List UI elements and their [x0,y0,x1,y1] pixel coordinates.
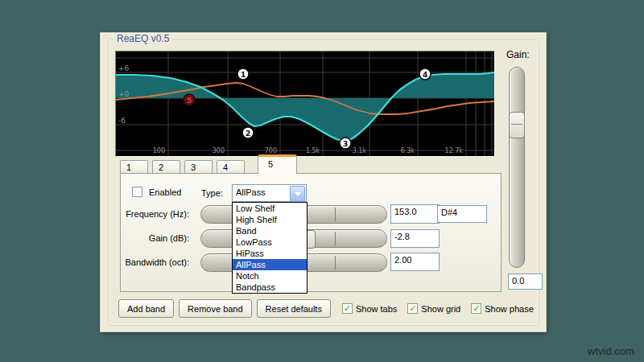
checkbox-show-phase[interactable]: ✓Show phase [471,303,534,314]
slider-center-tick [335,208,336,221]
band-panel: Enabled Type: AllPass Frequency (Hz): 15… [120,173,502,292]
svg-text:+6: +6 [118,64,130,72]
desktop: { "window": { "title": "ReaEQ v0.5" }, "… [0,0,644,362]
svg-text:5: 5 [187,96,192,105]
checkbox-show-grid[interactable]: ✓Show grid [407,303,460,314]
svg-text:300: 300 [213,147,225,154]
combobox-dropdown-button[interactable] [290,186,305,202]
remove-band-button[interactable]: Remove band [179,299,252,318]
checkbox-label: Show tabs [356,304,397,314]
dropdown-option-notch[interactable]: Notch [233,270,307,282]
eq-graph[interactable]: +6+0-61003007001.5k3.1k6.3k12.7k12345 [115,51,495,157]
svg-text:100: 100 [153,147,165,154]
gain-value-field[interactable]: 0.0 [508,274,543,290]
dropdown-option-band[interactable]: Band [233,225,307,237]
gain-slider-label: Gain: [506,49,530,60]
svg-text:4: 4 [423,70,428,79]
dropdown-option-low-shelf[interactable]: Low Shelf [233,203,307,214]
type-label: Type: [201,188,223,198]
dropdown-option-bandpass[interactable]: Bandpass [233,282,307,293]
svg-text:6.3k: 6.3k [401,147,415,154]
tab-band-4[interactable]: 4 [217,160,245,174]
type-combobox-value: AllPass [236,187,266,197]
enabled-checkbox[interactable] [132,187,142,197]
dropdown-option-hipass[interactable]: HiPass [233,248,307,259]
watermark: wtvid.com [588,345,634,357]
band-marker-5[interactable]: 5 [184,94,195,105]
type-combobox[interactable]: AllPass [232,184,307,202]
dropdown-option-high-shelf[interactable]: High Shelf [233,214,307,225]
svg-text:12.7k: 12.7k [445,147,464,154]
add-band-button[interactable]: Add band [118,299,174,318]
band-tabs: 12345 [120,154,297,174]
checkmark-icon[interactable]: ✓ [407,303,418,314]
plugin-title: ReaEQ v0.5 [114,34,172,44]
tab-band-2[interactable]: 2 [152,160,180,174]
enabled-label: Enabled [149,187,181,197]
slider-center-tick [335,232,336,245]
tab-band-3[interactable]: 3 [184,160,213,174]
bandwidth-label: Bandwidth (oct): [121,257,189,267]
bandwidth-value-field[interactable]: 2.00 [390,253,440,271]
svg-text:2: 2 [246,129,251,138]
reaeq-window: ReaEQ v0.5 +6+0-61003007001.5k3.1k6.3k12… [100,32,547,332]
svg-text:-6: -6 [118,117,126,125]
slider-center-tick [335,256,336,269]
frequency-note-field[interactable]: D#4 [437,205,487,223]
band-marker-4[interactable]: 4 [419,68,431,80]
gain-slider-thumb[interactable] [509,112,525,138]
checkmark-icon[interactable]: ✓ [342,303,353,314]
band-marker-3[interactable]: 3 [340,138,351,149]
display-options: ✓Show tabs✓Show grid✓Show phase [342,303,534,314]
checkbox-label: Show phase [485,304,534,314]
svg-text:1.5k: 1.5k [306,147,320,154]
frequency-value-field[interactable]: 153.0 [390,204,440,224]
checkmark-icon[interactable]: ✓ [471,303,481,314]
tab-band-5[interactable]: 5 [258,154,297,174]
chevron-down-icon [295,192,301,200]
tab-band-1[interactable]: 1 [120,160,148,174]
svg-text:+0: +0 [118,90,130,98]
band-marker-2[interactable]: 2 [242,127,254,138]
checkbox-label: Show grid [421,304,460,314]
dropdown-option-allpass[interactable]: AllPass [233,259,307,270]
reset-defaults-button[interactable]: Reset defaults [257,299,331,318]
band-marker-1[interactable]: 1 [237,68,249,80]
checkbox-show-tabs[interactable]: ✓Show tabs [342,303,397,314]
svg-text:700: 700 [265,147,277,154]
svg-text:3.1k: 3.1k [353,147,367,154]
eq-curve-display[interactable]: +6+0-61003007001.5k3.1k6.3k12.7k12345 [116,51,494,156]
svg-text:3: 3 [343,139,349,148]
type-dropdown-list: Low ShelfHigh ShelfBandLowPassHiPassAllP… [232,202,308,294]
frequency-label: Frequency (Hz): [121,209,189,219]
gain-slider[interactable] [509,67,525,268]
footer-bar: Add band Remove band Reset defaults ✓Sho… [118,299,534,318]
dropdown-option-lowpass[interactable]: LowPass [233,237,307,248]
svg-text:1: 1 [241,70,246,79]
band-gain-label: Gain (dB): [121,233,189,243]
band-gain-value-field[interactable]: -2.8 [390,229,440,248]
